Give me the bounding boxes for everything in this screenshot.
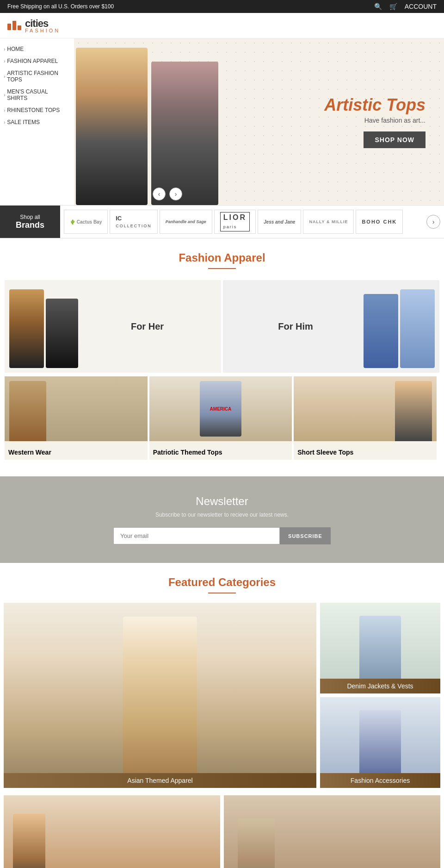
featured-section-underline [208,593,236,593]
brand-cactus-bay[interactable]: 🌵 Cactus Bay [64,210,108,234]
fashion-card-patriotic[interactable]: AMERICA Patriotic Themed Tops [149,376,292,460]
featured-categories-section: Asian Themed Apparel Denim Jackets & Ves… [0,603,444,795]
logo-bars-icon [7,21,21,30]
brand-nally-millie[interactable]: NALLY & MILLIE [303,210,354,234]
featured-categories-title: Featured Categories [0,563,444,593]
hero-arrows: ‹ › [153,187,182,200]
newsletter-section: Newsletter Subscribe to our newsletter t… [0,476,444,563]
hero-sidebar: › HOME › FASHION APPAREL › ARTISTIC FASH… [0,38,74,205]
sidebar-item-label: RHINESTONE TOPS [7,107,60,113]
brand-jess-jane[interactable]: Jess and Jane [258,210,301,234]
bottom-row [0,795,444,868]
hero-model-2 [151,62,218,205]
fashion-card-short-sleeve[interactable]: Short Sleeve Tops [294,376,437,460]
shop-all-line1: Shop all [20,214,40,220]
denim-jackets-label: Denim Jackets & Vests [320,679,440,693]
shop-now-button[interactable]: SHOP NOW [364,131,426,148]
accessories-model-silhouette [359,710,401,775]
sidebar-item-home[interactable]: › HOME [0,43,74,55]
sidebar-item-artistic-fashion-tops[interactable]: › ARTISTIC FASHION TOPS [0,67,74,86]
newsletter-title: Newsletter [9,495,435,508]
sidebar-item-label: SALE ITEMS [7,119,40,125]
for-him-label: For Him [228,321,364,332]
newsletter-form: SUBSCRIBE [9,527,435,544]
hero-subtitle: Have fashion as art... [324,117,426,124]
fashion-card-for-him[interactable]: For Him [223,280,439,373]
sidebar-item-label: FASHION APPAREL [7,58,58,64]
for-her-models [9,285,78,368]
western-wear-image [5,376,148,441]
sidebar-item-rhinestone-tops[interactable]: › RHINESTONE TOPS [0,104,74,116]
brand-boho-chic[interactable]: BOHO CHK [356,210,403,234]
sidebar-item-mens-casual-shirts[interactable]: › MEN'S CASUAL SHIRTS [0,86,74,104]
chevron-icon: › [4,93,5,98]
asian-model-silhouette [123,617,197,774]
sidebar-nav: › HOME › FASHION APPAREL › ARTISTIC FASH… [0,43,74,128]
brand-ic-collection[interactable]: ICCOLLECTION [110,210,158,234]
hero-section: › HOME › FASHION APPAREL › ARTISTIC FASH… [0,38,444,205]
chevron-icon: › [4,120,5,125]
brand-lior[interactable]: LIORparis [214,210,256,234]
patriotic-image: AMERICA [149,376,292,441]
cart-icon[interactable]: 🛒 [389,3,397,10]
brands-next-button[interactable]: › [426,215,440,229]
fashion-accessories-label: Fashion Accessories [320,773,440,788]
top-bar: Free Shipping on all U.S. Orders over $1… [0,0,444,13]
logo[interactable]: cities FASHION [7,18,60,33]
prev-arrow-button[interactable]: ‹ [153,187,166,200]
featured-grid: Asian Themed Apparel Denim Jackets & Ves… [4,603,440,788]
chevron-icon: › [4,108,5,113]
account-label[interactable]: ACCOUNT [405,3,437,10]
short-sleeve-image [294,376,437,441]
featured-card-asian-themed[interactable]: Asian Themed Apparel [4,603,316,788]
hero-content: Artistic Tops Have fashion as art... SHO… [74,38,444,205]
patriotic-label: Patriotic Themed Tops [149,445,226,460]
bottom-model-1 [13,814,45,868]
sidebar-item-label: ARTISTIC FASHION TOPS [7,70,68,83]
brands-label: Brands [16,220,44,230]
logo-bar-3 [18,25,21,30]
chevron-icon: › [4,74,5,79]
top-bar-icons: 🔍 🛒 ACCOUNT [374,3,437,10]
featured-card-fashion-accessories[interactable]: Fashion Accessories [320,697,440,788]
fashion-card-western-wear[interactable]: Western Wear [5,376,148,460]
section-underline [208,268,236,269]
hero-model-1 [76,48,148,205]
newsletter-subtitle: Subscribe to our newsletter to recieve o… [9,512,435,518]
denim-model-silhouette [359,616,401,681]
chevron-icon: › [4,47,5,52]
fashion-card-for-her[interactable]: For Her [5,280,221,373]
header: cities FASHION [0,13,444,38]
search-icon[interactable]: 🔍 [374,3,382,10]
brands-shop-all-button[interactable]: Shop all Brands [0,206,60,238]
brands-list: 🌵 Cactus Bay ICCOLLECTION Panhandle and … [60,210,426,234]
brand-panhandle-sage[interactable]: Panhandle and Sage [160,210,212,234]
western-wear-label: Western Wear [5,445,55,460]
for-her-label: For Her [78,321,216,332]
sidebar-item-sale-items[interactable]: › SALE ITEMS [0,116,74,128]
hero-text: Artistic Tops Have fashion as art... SHO… [324,95,426,148]
hero-models [74,38,220,205]
featured-card-denim-jackets[interactable]: Denim Jackets & Vests [320,603,440,693]
bottom-model-2 [238,818,275,868]
fashion-apparel-title: Fashion Apparel [0,238,444,268]
chevron-icon: › [4,59,5,64]
bottom-card-2[interactable] [224,795,440,868]
next-arrow-button[interactable]: › [169,187,182,200]
brands-bar: Shop all Brands 🌵 Cactus Bay ICCOLLECTIO… [0,205,444,238]
newsletter-email-input[interactable] [113,527,280,544]
bottom-card-1[interactable] [4,795,220,868]
featured-right-cards: Denim Jackets & Vests Fashion Accessorie… [320,603,440,788]
hero-title: Artistic Tops [324,95,426,115]
logo-text: cities FASHION [25,18,60,33]
logo-bar-2 [12,21,16,30]
for-him-models [364,285,435,368]
shipping-notice: Free Shipping on all U.S. Orders over $1… [7,3,114,10]
sidebar-item-fashion-apparel[interactable]: › FASHION APPAREL [0,55,74,67]
newsletter-subscribe-button[interactable]: SUBSCRIBE [280,527,331,544]
short-sleeve-label: Short Sleeve Tops [294,445,357,460]
logo-bar-1 [7,24,11,30]
asian-themed-label: Asian Themed Apparel [4,773,316,788]
sidebar-item-label: HOME [7,46,24,52]
sidebar-item-label: MEN'S CASUAL SHIRTS [7,88,68,101]
